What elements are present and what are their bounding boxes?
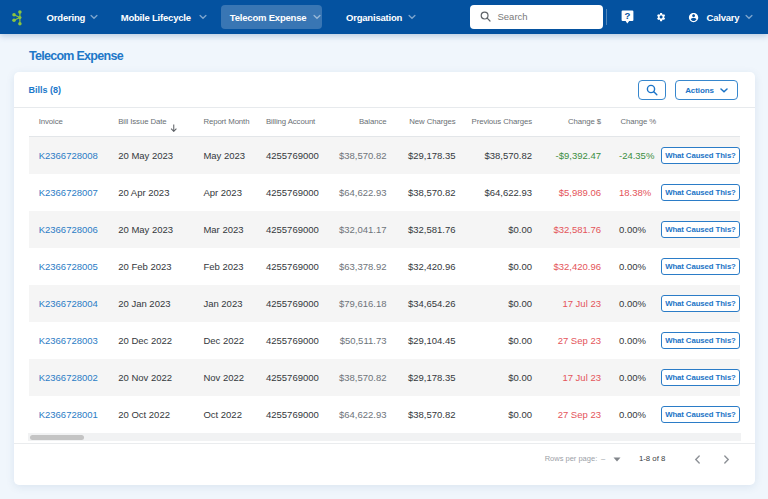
svg-text:?: ?	[624, 10, 630, 21]
